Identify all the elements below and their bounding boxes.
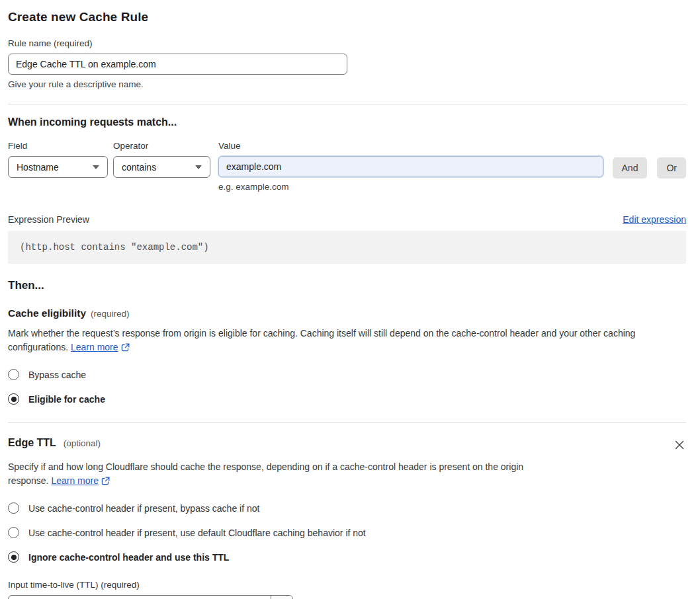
value-column: Value e.g. example.com: [218, 141, 603, 192]
external-link-icon: [101, 475, 110, 489]
radio-icon[interactable]: [8, 527, 19, 538]
radio-option-use-header-default[interactable]: Use cache-control header if present, use…: [8, 527, 686, 538]
match-heading: When incoming requests match...: [8, 116, 686, 128]
operator-column: Operator contains: [113, 141, 210, 178]
radio-label: Use cache-control header if present, use…: [28, 528, 366, 538]
and-button[interactable]: And: [613, 157, 648, 179]
field-label: Field: [8, 141, 108, 151]
rule-name-section: Rule name (required) Give your rule a de…: [8, 38, 347, 89]
edge-ttl-badge: (optional): [64, 438, 101, 448]
radio-label: Use cache-control header if present, byp…: [28, 503, 259, 514]
cache-eligibility-description: Mark whether the request’s response from…: [8, 327, 686, 356]
operator-select[interactable]: contains: [113, 156, 210, 178]
expression-preview-label: Expression Preview: [8, 214, 89, 225]
rule-name-helper: Give your rule a descriptive name.: [8, 79, 347, 89]
ttl-input-section: Input time-to-live (TTL) (required) 1 da…: [8, 580, 686, 599]
then-heading: Then...: [8, 279, 686, 292]
operator-select-value: contains: [122, 162, 156, 173]
close-icon[interactable]: [673, 438, 686, 453]
field-select-value: Hostname: [17, 162, 59, 173]
edge-ttl-header: Edge TTL (optional): [8, 437, 686, 453]
ttl-label: Input time-to-live (TTL) (required): [8, 580, 686, 590]
rule-name-input[interactable]: [8, 54, 347, 75]
edge-ttl-title: Edge TTL: [8, 437, 56, 448]
or-button[interactable]: Or: [657, 157, 686, 179]
match-condition-row: Field Hostname Operator contains Value e…: [8, 141, 686, 192]
chevron-down-icon: [195, 165, 202, 169]
page-title: Create new Cache Rule: [8, 10, 686, 24]
edge-ttl-learn-more-link[interactable]: Learn more: [51, 475, 99, 486]
value-label: Value: [218, 141, 603, 151]
radio-label: Eligible for cache: [28, 394, 105, 405]
expression-preview-row: Expression Preview Edit expression: [8, 214, 686, 225]
ttl-select-value: 1 day: [9, 596, 271, 599]
cache-eligibility-badge: (required): [91, 309, 130, 319]
radio-label: Bypass cache: [28, 370, 86, 380]
create-cache-rule-page: Create new Cache Rule Rule name (require…: [0, 0, 700, 599]
radio-icon[interactable]: [8, 369, 19, 380]
field-select[interactable]: Hostname: [8, 156, 108, 178]
radio-icon-selected[interactable]: [8, 551, 19, 563]
radio-option-ignore-header-use-ttl[interactable]: Ignore cache-control header and use this…: [8, 551, 686, 563]
radio-option-bypass-cache[interactable]: Bypass cache: [8, 369, 686, 380]
rule-name-label: Rule name (required): [8, 38, 347, 48]
ttl-select[interactable]: 1 day: [8, 595, 293, 599]
cache-eligibility-title: Cache eligibility: [8, 307, 86, 319]
field-column: Field Hostname: [8, 141, 108, 178]
ttl-select-dropdown-button[interactable]: [271, 596, 292, 599]
chevron-down-icon: [93, 165, 99, 169]
cache-eligibility-learn-more-link[interactable]: Learn more: [71, 342, 118, 352]
operator-label: Operator: [113, 141, 210, 151]
radio-icon-selected[interactable]: [8, 393, 19, 405]
radio-option-eligible-for-cache[interactable]: Eligible for cache: [8, 393, 686, 405]
radio-option-use-header-bypass[interactable]: Use cache-control header if present, byp…: [8, 502, 686, 514]
expression-code-box: (http.host contains "example.com"): [8, 231, 686, 264]
section-divider: [8, 104, 686, 104]
edge-ttl-title-wrap: Edge TTL (optional): [8, 437, 101, 449]
external-link-icon: [121, 342, 130, 356]
cache-eligibility-header: Cache eligibility (required): [8, 307, 686, 319]
radio-label: Ignore cache-control header and use this…: [28, 552, 229, 563]
edge-ttl-description: Specify if and how long Cloudflare shoul…: [8, 460, 559, 489]
edit-expression-link[interactable]: Edit expression: [623, 214, 686, 225]
value-input[interactable]: [218, 156, 603, 177]
value-helper: e.g. example.com: [218, 182, 603, 192]
section-divider: [8, 422, 686, 423]
radio-icon[interactable]: [8, 502, 19, 514]
